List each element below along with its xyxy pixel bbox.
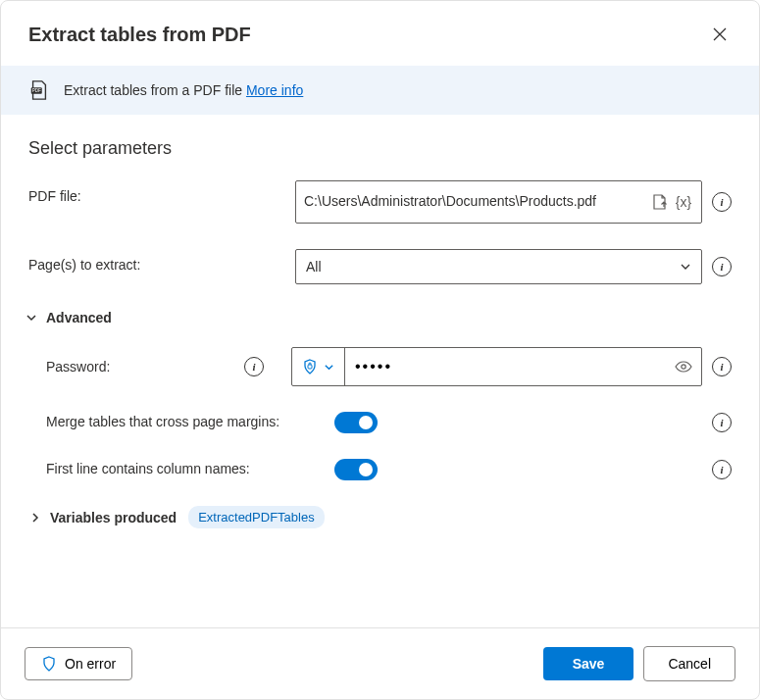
advanced-section: Password: i i — [46, 347, 732, 480]
info-bar: PDF Extract tables from a PDF file More … — [1, 66, 759, 115]
pages-row: Page(s) to extract: All i — [28, 249, 732, 284]
pdf-file-input[interactable]: C:\Users\Administrator\Documents\Product… — [295, 180, 702, 224]
pages-value: All — [306, 259, 680, 275]
svg-point-3 — [682, 365, 685, 369]
info-icon[interactable]: i — [712, 257, 732, 276]
reveal-password-button[interactable] — [666, 348, 701, 385]
shield-icon — [41, 656, 57, 672]
shield-lock-icon — [302, 359, 318, 375]
pages-label: Page(s) to extract: — [28, 249, 283, 273]
merge-tables-toggle[interactable] — [334, 412, 378, 433]
info-icon[interactable]: i — [712, 357, 732, 376]
on-error-label: On error — [65, 656, 116, 672]
pdf-file-value: C:\Users\Administrator\Documents\Product… — [304, 192, 646, 212]
dialog: Extract tables from PDF PDF Extract tabl… — [0, 0, 760, 700]
more-info-link[interactable]: More info — [246, 82, 303, 98]
variables-row: Variables produced ExtractedPDFTables — [28, 506, 732, 528]
variable-badge[interactable]: ExtractedPDFTables — [188, 506, 325, 528]
info-icon[interactable]: i — [244, 357, 264, 376]
info-text: Extract tables from a PDF file More info — [64, 82, 303, 98]
svg-rect-2 — [308, 365, 312, 369]
svg-text:PDF: PDF — [32, 88, 41, 93]
chevron-down-icon — [324, 362, 334, 373]
section-title: Select parameters — [28, 138, 732, 159]
dialog-title: Extract tables from PDF — [28, 24, 251, 46]
chevron-right-icon — [28, 512, 42, 524]
password-input-group — [291, 347, 702, 386]
merge-tables-row: Merge tables that cross page margins: i — [46, 412, 732, 433]
dialog-header: Extract tables from PDF — [1, 1, 759, 66]
eye-icon — [675, 358, 692, 375]
first-line-label: First line contains column names: — [46, 460, 323, 479]
close-icon — [713, 27, 727, 41]
file-picker-icon[interactable] — [650, 192, 670, 212]
save-button[interactable]: Save — [543, 647, 634, 680]
advanced-label: Advanced — [46, 310, 112, 325]
password-type-selector[interactable] — [292, 348, 345, 385]
chevron-down-icon — [25, 312, 38, 324]
info-icon[interactable]: i — [712, 460, 732, 479]
variables-label: Variables produced — [50, 510, 177, 525]
on-error-button[interactable]: On error — [25, 647, 132, 680]
pdf-file-row: PDF file: C:\Users\Administrator\Documen… — [28, 180, 732, 224]
pages-select[interactable]: All — [295, 249, 702, 284]
chevron-down-icon — [680, 261, 691, 273]
info-icon[interactable]: i — [712, 192, 732, 212]
pdf-icon: PDF — [28, 79, 50, 101]
cancel-button[interactable]: Cancel — [643, 646, 735, 681]
password-row: Password: i i — [46, 347, 732, 386]
variables-expander[interactable]: Variables produced — [28, 510, 177, 525]
info-icon[interactable]: i — [712, 413, 732, 432]
close-button[interactable] — [704, 19, 735, 50]
merge-tables-label: Merge tables that cross page margins: — [46, 413, 323, 432]
pdf-file-label: PDF file: — [28, 180, 283, 204]
dialog-footer: On error Save Cancel — [1, 627, 759, 699]
password-label: Password: — [46, 359, 110, 375]
first-line-toggle[interactable] — [334, 459, 378, 480]
first-line-row: First line contains column names: i — [46, 459, 732, 480]
variable-picker-icon[interactable]: {x} — [674, 192, 693, 212]
advanced-expander[interactable]: Advanced — [25, 310, 732, 325]
content: Select parameters PDF file: C:\Users\Adm… — [1, 115, 759, 627]
password-input[interactable] — [345, 348, 666, 385]
